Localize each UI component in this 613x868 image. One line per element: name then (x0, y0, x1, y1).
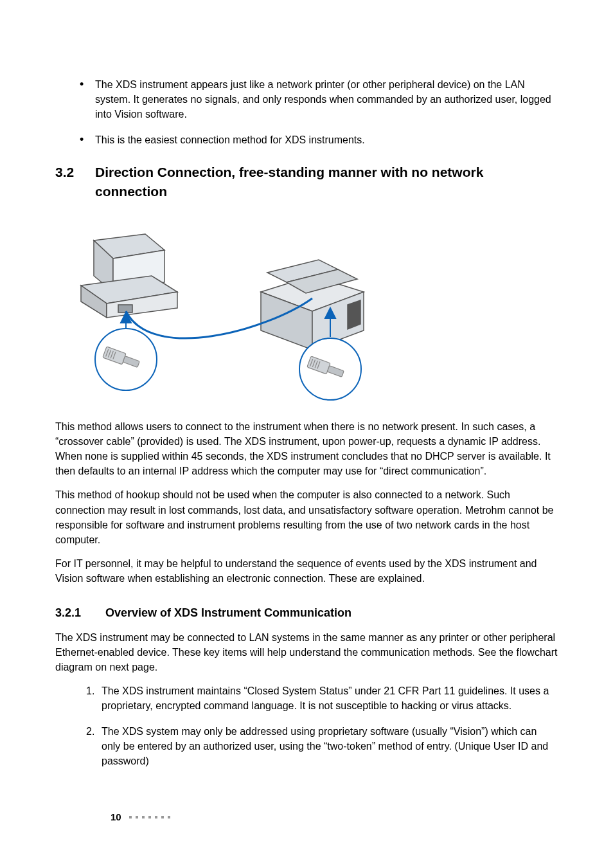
dot-icon (148, 816, 151, 818)
section-title: Direction Connection, free-standing mann… (95, 163, 558, 202)
list-item: 1. The XDS instrument maintains “Closed … (86, 683, 558, 713)
svg-rect-6 (118, 305, 132, 312)
subsection-title: Overview of XDS Instrument Communication (105, 604, 351, 621)
page-number: 10 (111, 810, 121, 824)
section-heading: 3.2 Direction Connection, free-standing … (55, 163, 558, 202)
dot-icon (129, 816, 132, 818)
list-item: The XDS instrument appears just like a n… (80, 77, 558, 122)
dot-icon (155, 816, 157, 818)
bullet-text: The XDS instrument appears just like a n… (95, 79, 551, 120)
list-item: This is the easiest connection method fo… (80, 132, 558, 147)
list-item: 2. The XDS system may only be addressed … (86, 724, 558, 769)
body-paragraph: This method allows users to connect to t… (55, 419, 558, 479)
svg-marker-12 (348, 300, 360, 329)
dot-icon (136, 816, 138, 818)
body-paragraph: For IT personnel, it may be helpful to u… (55, 556, 558, 586)
dot-icon (161, 816, 164, 818)
connection-diagram (55, 215, 558, 408)
item-number: 1. (86, 683, 94, 698)
body-paragraph: This method of hookup should not be used… (55, 487, 558, 547)
numbered-list: 1. The XDS instrument maintains “Closed … (55, 683, 558, 768)
page-footer: 10 (111, 810, 170, 824)
section-number: 3.2 (55, 163, 95, 202)
dot-icon (142, 816, 145, 818)
top-bullet-list: The XDS instrument appears just like a n… (55, 77, 558, 147)
subsection-number: 3.2.1 (55, 604, 105, 621)
body-paragraph: The XDS instrument may be connected to L… (55, 630, 558, 675)
dot-icon (168, 816, 170, 818)
item-text: The XDS instrument maintains “Closed Sys… (102, 685, 549, 711)
subsection-heading: 3.2.1 Overview of XDS Instrument Communi… (55, 604, 558, 621)
item-number: 2. (86, 724, 94, 739)
item-text: The XDS system may only be addressed usi… (102, 726, 548, 766)
bullet-text: This is the easiest connection method fo… (95, 134, 365, 145)
